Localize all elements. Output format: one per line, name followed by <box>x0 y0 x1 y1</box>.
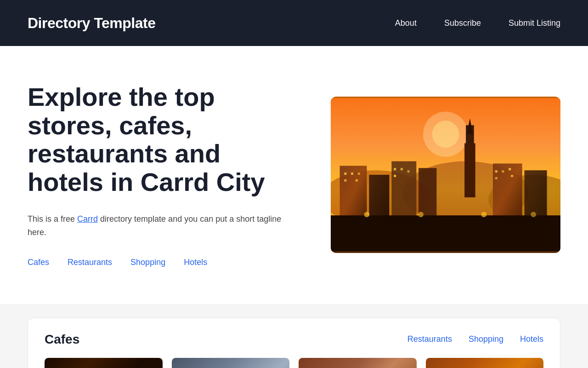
cafe-card[interactable] <box>426 358 544 368</box>
category-hotels[interactable]: Hotels <box>184 258 207 267</box>
cafe-card[interactable] <box>299 358 417 368</box>
hero-content: Explore the top stores, cafes, restauran… <box>28 83 285 267</box>
svg-rect-8 <box>464 144 475 198</box>
hero-section: Explore the top stores, cafes, restauran… <box>0 46 588 304</box>
cafe-card[interactable] <box>172 358 290 368</box>
hero-description: This is a free Carrd directory template … <box>28 213 285 239</box>
svg-rect-17 <box>351 173 353 175</box>
nav-submit-listing[interactable]: Submit Listing <box>509 18 560 28</box>
category-restaurants[interactable]: Restaurants <box>68 258 112 267</box>
hero-image-wrapper <box>331 97 560 253</box>
hero-categories: Cafes Restaurants Shopping Hotels <box>28 258 285 267</box>
svg-point-32 <box>481 212 486 218</box>
svg-point-2 <box>432 121 459 148</box>
cafes-nav-hotels[interactable]: Hotels <box>520 334 543 344</box>
nav-about[interactable]: About <box>395 18 417 28</box>
cafes-nav-shopping[interactable]: Shopping <box>469 334 503 344</box>
svg-rect-10 <box>369 175 389 220</box>
cafe-card-image <box>172 358 290 368</box>
cafes-grid <box>45 358 543 368</box>
hero-title: Explore the top stores, cafes, restauran… <box>28 83 285 196</box>
svg-rect-19 <box>344 179 346 182</box>
svg-rect-15 <box>331 216 560 252</box>
category-cafes[interactable]: Cafes <box>28 258 49 267</box>
cafes-header: Cafes Restaurants Shopping Hotels <box>45 332 543 347</box>
city-illustration <box>331 97 560 253</box>
carrd-link[interactable]: Carrd <box>77 214 98 224</box>
cafes-title: Cafes <box>45 332 79 347</box>
hero-image <box>331 97 560 253</box>
svg-rect-24 <box>407 171 410 173</box>
site-logo[interactable]: Directory Template <box>28 15 156 32</box>
cafes-nav: Restaurants Shopping Hotels <box>407 334 543 344</box>
svg-rect-28 <box>495 177 498 179</box>
site-header: Directory Template About Subscribe Submi… <box>0 0 588 46</box>
svg-rect-21 <box>394 168 396 171</box>
svg-rect-18 <box>358 173 360 175</box>
cafe-card[interactable] <box>45 358 163 368</box>
cafe-card-image <box>426 358 544 368</box>
svg-rect-16 <box>344 173 346 175</box>
hero-desc-prefix: This is a free <box>28 214 77 224</box>
svg-rect-29 <box>511 175 513 177</box>
svg-point-33 <box>531 212 536 218</box>
svg-rect-25 <box>495 171 498 173</box>
svg-rect-9 <box>340 166 367 220</box>
nav-subscribe[interactable]: Subscribe <box>444 18 481 28</box>
category-shopping[interactable]: Shopping <box>130 258 165 267</box>
svg-point-30 <box>364 212 370 218</box>
svg-rect-14 <box>525 171 547 220</box>
cafes-section: Cafes Restaurants Shopping Hotels <box>28 318 560 368</box>
svg-point-31 <box>418 212 424 218</box>
svg-rect-27 <box>509 168 511 171</box>
svg-rect-26 <box>502 171 504 173</box>
cafe-card-image <box>299 358 417 368</box>
main-nav: About Subscribe Submit Listing <box>395 18 560 28</box>
svg-rect-20 <box>356 179 358 182</box>
cafe-card-image <box>45 358 163 368</box>
cafes-nav-restaurants[interactable]: Restaurants <box>407 334 452 344</box>
svg-rect-22 <box>401 168 403 171</box>
svg-rect-23 <box>394 175 396 177</box>
